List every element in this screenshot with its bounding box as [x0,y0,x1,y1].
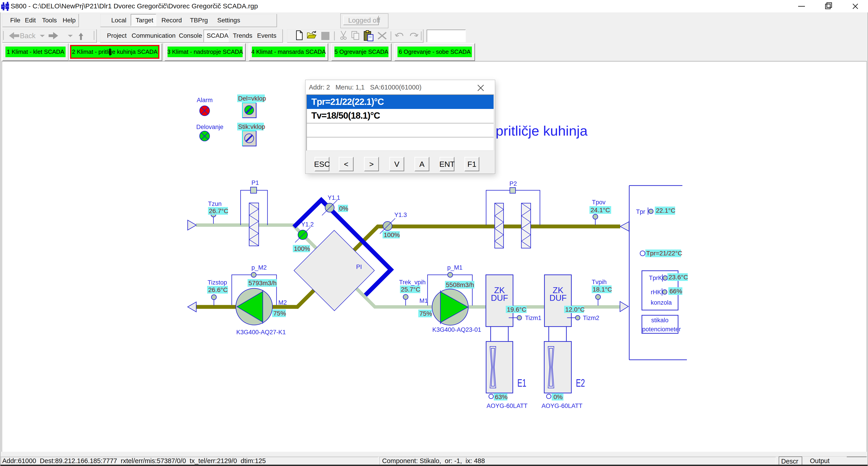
svg-text:E2: E2 [576,377,585,389]
svg-text:P1: P1 [251,179,259,186]
svg-text:Y1.3: Y1.3 [394,211,407,218]
svg-text:Alarm: Alarm [197,97,213,103]
svg-text:K3G400-AQ27-K1: K3G400-AQ27-K1 [236,329,286,336]
svg-text:Tpr=21/22°C: Tpr=21/22°C [646,250,682,257]
svg-text:22.1°C: 22.1°C [656,207,675,214]
svg-text:100%: 100% [384,231,400,238]
svg-text:0%: 0% [554,394,562,400]
svg-text:DUF: DUF [491,293,508,303]
svg-text:PI: PI [356,264,362,270]
svg-text:Tpr: Tpr [636,208,645,215]
svg-text:Tvpih: Tvpih [592,279,607,286]
svg-text:P2: P2 [509,180,517,187]
svg-text:pritličje kuhinja: pritličje kuhinja [496,123,588,138]
svg-text:stikalo: stikalo [651,317,669,324]
svg-text:5793m3/h: 5793m3/h [248,279,277,287]
svg-text:DUF: DUF [550,293,567,303]
svg-text:5508m3/h: 5508m3/h [446,281,474,288]
svg-text:19.6°C: 19.6°C [507,306,526,313]
svg-text:12.0°C: 12.0°C [565,306,585,313]
svg-text:p_M1: p_M1 [447,264,463,271]
svg-text:Tizstop: Tizstop [208,279,227,286]
svg-text:E1: E1 [517,377,526,389]
svg-text:K3G400-AQ23-01: K3G400-AQ23-01 [432,326,481,333]
svg-text:M1: M1 [420,297,428,304]
svg-text:26.6°C: 26.6°C [208,286,228,293]
svg-text:23.6°C: 23.6°C [669,274,688,281]
svg-text:Tizm2: Tizm2 [583,314,599,321]
svg-text:25.7°C: 25.7°C [401,286,420,293]
svg-text:rHK: rHK [651,289,661,296]
svg-text:konzola: konzola [651,299,672,306]
svg-text:Delovanje: Delovanje [196,124,223,130]
svg-text:66%: 66% [670,288,682,295]
svg-text:100%: 100% [294,245,310,252]
svg-text:24.1°C: 24.1°C [591,206,610,213]
svg-text:Tpov: Tpov [592,199,606,206]
svg-text:Del=vklop: Del=vklop [238,95,266,102]
svg-text:Stik:vklop: Stik:vklop [238,123,265,130]
svg-text:Tizm1: Tizm1 [525,314,541,321]
svg-text:Y1.1: Y1.1 [328,194,340,201]
svg-text:0%: 0% [339,205,348,212]
svg-text:75%: 75% [273,310,286,317]
svg-text:Trek_vpih: Trek_vpih [399,279,426,286]
svg-text:18.1°C: 18.1°C [593,286,612,293]
svg-text:26.7°C: 26.7°C [209,207,228,214]
svg-text:TprK: TprK [649,274,662,281]
svg-text:AOYG-60LATT: AOYG-60LATT [487,402,527,409]
svg-text:potenciometer: potenciometer [642,326,681,333]
svg-text:Y1.2: Y1.2 [301,221,314,228]
svg-text:75%: 75% [420,310,432,317]
svg-text:63%: 63% [495,394,507,400]
svg-text:AOYG-60LATT: AOYG-60LATT [541,402,583,409]
svg-text:p_M2: p_M2 [251,264,267,271]
svg-text:Tzun: Tzun [208,200,222,207]
svg-text:M2: M2 [278,299,287,306]
